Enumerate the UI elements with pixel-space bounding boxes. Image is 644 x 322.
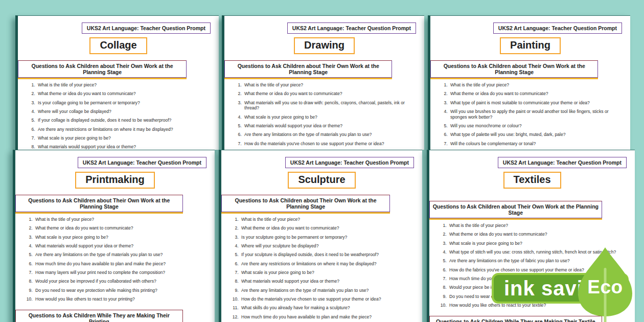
question-item: What type of paint is most suitable to c… bbox=[449, 100, 626, 106]
worksheet-header: UKS2 Art Language: Teacher Question Prom… bbox=[493, 22, 622, 34]
question-item: Are there any limitations on the type of… bbox=[34, 252, 211, 258]
question-item: What materials would support your idea o… bbox=[243, 123, 420, 129]
question-item: What materials will you use to draw with… bbox=[243, 100, 420, 111]
question-item: If your collage is displayed outside, do… bbox=[36, 118, 215, 123]
question-item: What scale is your piece going to be? bbox=[243, 114, 420, 120]
worksheet-title: Painting bbox=[500, 37, 561, 54]
worksheet-header: UKS2 Art Language: Teacher Question Prom… bbox=[287, 22, 416, 34]
question-item: What is the title of your piece? bbox=[448, 223, 631, 228]
question-item: What theme or idea do you want to commun… bbox=[448, 232, 631, 237]
question-item: Is your collage going to be permanent or… bbox=[36, 100, 215, 106]
section-heading-planning: Questions to Ask Children about Their Ow… bbox=[15, 195, 183, 212]
question-item: How much time do you have available to p… bbox=[240, 314, 418, 320]
question-item: What is the title of your piece? bbox=[36, 82, 215, 88]
question-item: What is the title of your piece? bbox=[34, 217, 211, 222]
worksheet-header: UKS2 Art Language: Teacher Question Prom… bbox=[498, 157, 627, 168]
worksheet-title: Drawing bbox=[294, 37, 355, 54]
worksheet-header: UKS2 Art Language: Teacher Question Prom… bbox=[82, 22, 211, 34]
question-item: What theme or idea do you want to commun… bbox=[34, 225, 211, 231]
worksheet-title: Collage bbox=[89, 37, 147, 54]
section-heading-planning: Questions to Ask Children about Their Ow… bbox=[430, 60, 598, 78]
worksheet-title: Sculpture bbox=[288, 172, 355, 189]
question-item: What theme or idea do you want to commun… bbox=[243, 91, 420, 97]
question-item: What materials would support your idea o… bbox=[36, 144, 215, 150]
question-item: What materials would support your idea o… bbox=[34, 243, 211, 249]
worksheet-card-painting: UKS2 Art Language: Teacher Question Prom… bbox=[428, 15, 630, 150]
question-item: What scale is your piece going to be? bbox=[36, 135, 215, 141]
section-heading-planning: Questions to Ask Children about Their Ow… bbox=[429, 201, 602, 218]
question-item: What skills do you already have for maki… bbox=[240, 305, 418, 311]
question-item: How many layers will your print need to … bbox=[34, 270, 211, 275]
question-item: What is the title of your piece? bbox=[240, 217, 418, 222]
worksheet-card-printmaking: UKS2 Art Language: Teacher Question Prom… bbox=[13, 150, 215, 322]
question-list: What is the title of your piece?What the… bbox=[226, 82, 420, 150]
question-item: What is the title of your piece? bbox=[243, 82, 420, 88]
question-item: How much time do you have available to p… bbox=[34, 261, 211, 267]
question-item: What materials would support your idea o… bbox=[240, 279, 418, 284]
worksheet-card-collage: UKS2 Art Language: Teacher Question Prom… bbox=[15, 15, 219, 150]
question-item: Where will your collage be displayed? bbox=[36, 109, 215, 114]
question-item: What theme or idea do you want to commun… bbox=[36, 91, 215, 97]
worksheet-title: Textiles bbox=[503, 172, 561, 189]
canvas: { "shared": { "header_label": "UKS2 Art … bbox=[0, 0, 644, 322]
question-item: What scale is your piece going to be? bbox=[448, 241, 631, 246]
question-item: How do the materials you've chosen to us… bbox=[243, 141, 420, 147]
question-item: What theme or idea do you want to commun… bbox=[449, 91, 626, 97]
question-item: How would you like others to react to yo… bbox=[34, 296, 211, 302]
section-heading-planning: Questions to Ask Children about Their Ow… bbox=[224, 60, 392, 78]
question-item: Where will your sculpture be displayed? bbox=[240, 243, 418, 249]
question-item: Are there any limitations on the type of… bbox=[240, 288, 418, 293]
worksheet-card-drawing: UKS2 Art Language: Teacher Question Prom… bbox=[222, 15, 424, 150]
question-item: Do you need to wear eye protection while… bbox=[34, 288, 211, 293]
worksheet-header: UKS2 Art Language: Teacher Question Prom… bbox=[285, 157, 414, 168]
worksheet-header: UKS2 Art Language: Teacher Question Prom… bbox=[78, 157, 206, 168]
question-item: Are there any restrictions or limitation… bbox=[36, 127, 215, 132]
question-item: How do the materials you've chosen to us… bbox=[240, 296, 418, 302]
question-item: Will you use brushes to apply the paint … bbox=[449, 109, 626, 120]
question-list: What is the title of your piece?What the… bbox=[223, 217, 418, 322]
question-item: Are there any limitations on the type of… bbox=[243, 132, 420, 137]
question-item: Will the colours be complementary or ton… bbox=[449, 141, 626, 147]
question-list: What is the title of your piece?What the… bbox=[17, 217, 211, 305]
question-item: Is your sculpture going to be permanent … bbox=[240, 235, 418, 240]
section-heading-planning: Questions to Ask Children about Their Ow… bbox=[18, 60, 187, 78]
question-list: What is the title of your piece?What the… bbox=[432, 82, 626, 150]
question-list: What is the title of your piece?What the… bbox=[20, 82, 215, 150]
eco-label: Eco bbox=[575, 277, 635, 298]
question-item: What scale is your piece going to be? bbox=[240, 270, 418, 275]
question-item: Would your piece be improved if you coll… bbox=[34, 279, 211, 284]
worksheet-title: Printmaking bbox=[75, 172, 155, 189]
worksheet-card-sculpture: UKS2 Art Language: Teacher Question Prom… bbox=[219, 150, 422, 322]
question-item: What scale is your piece going to be? bbox=[34, 235, 211, 240]
question-item: Are there any restrictions or limitation… bbox=[240, 261, 418, 267]
question-item: Will you use monochrome or colour? bbox=[449, 123, 626, 129]
question-item: What is the title of your piece? bbox=[449, 82, 626, 88]
section-heading-making: Questions to Ask Children While They are… bbox=[15, 310, 183, 322]
question-item: If your sculpture is displayed outside, … bbox=[240, 252, 418, 258]
question-item: What type of palette will you use: brigh… bbox=[449, 132, 626, 137]
section-heading-planning: Questions to Ask Children about Their Ow… bbox=[221, 195, 390, 212]
question-item: What theme or idea do you want to commun… bbox=[240, 225, 418, 231]
